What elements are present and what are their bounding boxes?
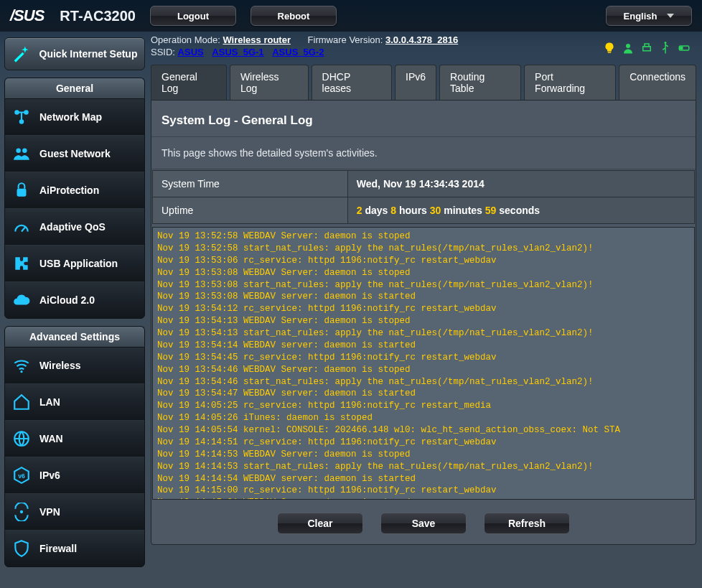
vpn-icon [12,503,31,521]
op-mode-label: Operation Mode: [151,34,223,45]
sidebar-section-general: General [4,78,145,98]
globe-icon [12,429,31,448]
sidebar: Quick Internet Setup General Network Map… [4,37,145,567]
sidebar-item-label: Firewall [39,543,77,554]
sidebar-item-adaptive-qos[interactable]: Adaptive QoS [5,209,144,246]
ssid-link[interactable]: ASUS_5G-1 [212,47,263,57]
svg-point-11 [626,44,630,48]
sidebar-item-label: IPv6 [39,470,60,481]
top-bar: /SUS RT-AC3200 Logout Reboot English [0,0,702,32]
bulb-icon[interactable] [603,42,616,55]
page-title: System Log - General Log [151,101,696,137]
qis-label: Quick Internet Setup [38,48,139,60]
tab-general-log[interactable]: General Log [151,65,227,100]
tab-connections[interactable]: Connections [619,65,696,100]
uptime-label: Uptime [153,197,348,224]
guest-network-icon [12,144,31,163]
clear-button[interactable]: Clear [277,513,363,534]
table-row-system-time: System Time Wed, Nov 19 14:34:43 2014 [153,171,695,197]
svg-point-4 [22,148,27,153]
language-label: English [624,11,657,22]
model-label: RT-AC3200 [60,8,136,24]
wifi-icon [12,356,31,375]
log-action-row: Clear Save Refresh [151,513,696,534]
cloud-icon [12,291,31,309]
sidebar-item-label: Adaptive QoS [39,221,106,233]
network-map-icon [12,108,31,126]
svg-point-14 [665,42,667,44]
wand-icon [11,44,31,64]
sidebar-item-guest-network[interactable]: Guest Network [5,136,144,172]
sidebar-item-vpn[interactable]: VPN [5,494,144,531]
ssid-link[interactable]: ASUS_5G-2 [272,47,324,57]
svg-rect-5 [17,189,27,197]
log-panel: System Log - General Log This page shows… [151,100,696,545]
logout-button[interactable]: Logout [150,6,236,26]
system-time-label: System Time [153,171,348,197]
shield-icon [12,539,31,558]
page-description: This page shows the detailed system's ac… [151,137,696,169]
sidebar-item-label: WAN [39,433,63,444]
switch-icon[interactable] [678,42,691,55]
sidebar-item-wireless[interactable]: Wireless [5,347,144,384]
sidebar-general-menu: Network Map Guest Network AiProtection A… [4,98,145,319]
gauge-icon [12,218,31,236]
op-mode-link[interactable]: Wireless router [223,34,291,45]
save-button[interactable]: Save [380,513,467,534]
sidebar-item-label: Network Map [39,111,102,123]
sidebar-item-label: AiCloud 2.0 [39,294,95,306]
printer-icon[interactable] [640,42,653,55]
main-content: Operation Mode: Wireless router Firmware… [151,34,696,588]
sidebar-item-network-map[interactable]: Network Map [5,99,144,136]
sidebar-item-label: VPN [39,506,60,518]
sidebar-item-label: USB Application [39,258,118,269]
ssid-link[interactable]: ASUS [178,47,204,57]
user-icon[interactable] [622,42,635,55]
system-time-value: Wed, Nov 19 14:34:43 2014 [347,171,694,197]
fw-label: Firmware Version: [308,34,385,45]
sidebar-item-label: Wireless [39,360,80,371]
brand-logo: /SUS [10,6,44,25]
uptime-value: 2 days 8 hours 30 minutes 59 seconds [347,197,694,224]
sidebar-item-label: AiProtection [39,185,99,196]
fw-link[interactable]: 3.0.0.4.378_2816 [385,34,458,45]
sidebar-item-aiprotection[interactable]: AiProtection [5,172,144,209]
svg-point-6 [20,370,22,373]
ipv6-icon: v6 [12,466,31,485]
table-row-uptime: Uptime 2 days 8 hours 30 minutes 59 seco… [153,197,695,224]
svg-rect-16 [680,47,683,50]
reboot-button[interactable]: Reboot [251,6,337,26]
svg-text:v6: v6 [18,472,25,480]
language-selector[interactable]: English [606,6,692,26]
ssid-label: SSID: [151,47,178,57]
home-icon [12,393,31,411]
sidebar-section-advanced: Advanced Settings [4,326,145,347]
tab-wireless-log[interactable]: Wireless Log [230,65,309,100]
sidebar-item-usb-application[interactable]: USB Application [5,246,144,282]
usb-icon[interactable] [659,42,672,55]
system-log-textarea[interactable] [152,227,695,500]
system-info-table: System Time Wed, Nov 19 14:34:43 2014 Up… [152,170,695,224]
refresh-button[interactable]: Refresh [484,513,570,534]
tab-ipv6[interactable]: IPv6 [395,65,436,100]
tab-port-forwarding[interactable]: Port Forwarding [524,65,616,100]
tab-routing-table[interactable]: Routing Table [439,65,521,100]
sidebar-item-label: Guest Network [39,148,111,159]
sidebar-advanced-menu: Wireless LAN WAN v6 IPv6 VPN Firewall [4,347,145,567]
status-icons [603,42,691,55]
sidebar-item-ipv6[interactable]: v6 IPv6 [5,457,144,494]
sidebar-item-lan[interactable]: LAN [5,384,144,421]
puzzle-icon [12,254,31,273]
lock-icon [12,181,31,200]
sidebar-item-aicloud[interactable]: AiCloud 2.0 [5,282,144,318]
sidebar-item-label: LAN [39,396,60,408]
chevron-down-icon [667,14,674,18]
sidebar-item-firewall[interactable]: Firewall [5,531,144,566]
svg-rect-12 [643,47,651,51]
tab-bar: General Log Wireless Log DHCP leases IPv… [151,65,696,100]
svg-point-3 [16,148,21,153]
svg-point-10 [20,510,23,513]
tab-dhcp-leases[interactable]: DHCP leases [312,65,392,100]
sidebar-item-quick-internet-setup[interactable]: Quick Internet Setup [4,37,145,70]
sidebar-item-wan[interactable]: WAN [5,421,144,457]
